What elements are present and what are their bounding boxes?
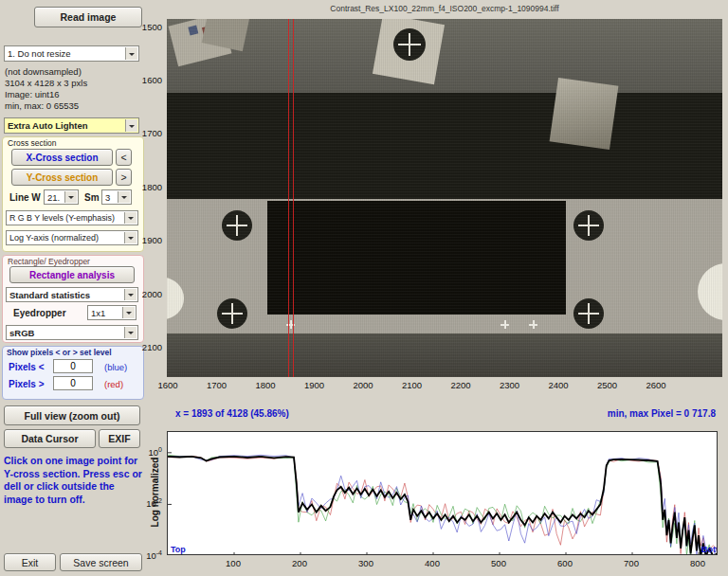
eyedropper-size-value: 1x1 — [91, 308, 105, 318]
image-x-tick: 1800 — [249, 380, 282, 390]
image-y-tick: 1700 — [137, 128, 162, 138]
lighten-select-value: Extra Auto Lighten — [8, 120, 88, 131]
image-x-tick: 2100 — [396, 380, 428, 390]
line-width-value: 21. — [47, 192, 60, 203]
image-x-tick: 1700 — [201, 380, 233, 390]
plot-x-tick: 100 — [217, 558, 249, 568]
image-x-tick: 1900 — [299, 380, 331, 390]
image-size-info: 3104 x 4128 x 3 pxls — [5, 78, 87, 88]
pixels-greater-input[interactable] — [53, 376, 93, 390]
prev-cross-section-button[interactable]: < — [116, 149, 132, 166]
image-type-info: Image: uint16 — [5, 89, 60, 99]
eyedropper-size-select[interactable]: 1x1 — [87, 305, 136, 320]
chevron-down-icon — [124, 232, 136, 243]
lighten-select[interactable]: Extra Auto Lighten — [4, 117, 139, 134]
cross-section-cursor-line[interactable] — [288, 19, 289, 377]
plot-y-tick: 10-4 — [139, 549, 162, 561]
exif-button[interactable]: EXIF — [99, 429, 140, 448]
image-filename-title: Contrast_Res_LX100_22mm_f4_ISO200_excmp-… — [167, 4, 722, 13]
pixels-less-label: Pixels < — [9, 362, 45, 372]
pixels-greater-label: Pixels > — [9, 379, 45, 389]
plot-x-tick: 600 — [549, 558, 581, 568]
resize-select[interactable]: 1. Do not resize — [4, 45, 139, 62]
plot-x-tick: 400 — [416, 558, 448, 568]
y-cross-section-button[interactable]: Y-Cross section — [11, 169, 113, 186]
line-width-label: Line W — [9, 192, 41, 203]
exit-button[interactable]: Exit — [4, 553, 56, 571]
chevron-down-icon — [124, 212, 136, 224]
pixels-less-input[interactable] — [53, 359, 93, 373]
chevron-down-icon — [124, 327, 136, 338]
show-pixels-panel-title: Show pixels < or > set level — [7, 348, 112, 357]
statistics-select[interactable]: Standard statistics — [6, 287, 138, 302]
sensor-noise-texture — [167, 19, 722, 377]
image-x-tick: 2000 — [347, 380, 379, 390]
cross-section-plot: Top Bottom — [167, 431, 718, 555]
image-x-tick: 2500 — [592, 380, 624, 390]
colorspace-select-value: sRGB — [9, 328, 34, 338]
minmax-pixel-status: min, max Pixel = 0 717.8 — [608, 408, 716, 419]
plot-top-label: Top — [171, 545, 186, 554]
image-x-axis: 1600170018001900200021002200230024002500… — [167, 379, 722, 390]
plot-x-tick: 200 — [283, 558, 316, 568]
next-cross-section-button[interactable]: > — [116, 169, 132, 186]
image-x-tick: 2600 — [640, 380, 672, 390]
plot-y-axis: 10010-210-4 — [138, 431, 165, 555]
plot-x-axis: 100200300400500600700800 — [167, 557, 718, 570]
cursor-position-status: x = 1893 of 4128 (45.86%) — [175, 408, 289, 419]
resize-select-value: 1. Do not resize — [8, 48, 71, 59]
read-image-button[interactable]: Read image — [34, 7, 142, 27]
image-x-tick: 2200 — [445, 380, 477, 390]
cross-section-curves — [168, 432, 718, 555]
cross-section-cursor-line[interactable] — [293, 19, 294, 377]
cross-section-panel-title: Cross section — [8, 138, 57, 148]
rectangle-analysis-button[interactable]: Rectangle analysis — [9, 266, 135, 283]
chevron-down-icon — [118, 191, 130, 203]
plot-x-tick: 800 — [682, 558, 714, 568]
plot-x-tick: 300 — [350, 558, 382, 568]
image-y-tick: 1800 — [137, 182, 162, 192]
plot-x-tick: 700 — [615, 558, 647, 568]
axis-scale-select[interactable]: Log Y-axis (normalized) — [6, 230, 138, 245]
downsample-note: (not downsampled) — [5, 66, 82, 77]
test-chart-image[interactable] — [167, 19, 722, 377]
image-y-axis: 1500160017001800190020002100 — [136, 19, 165, 377]
channels-select-value: R G B Y levels (Y-emphasis) — [9, 213, 115, 223]
save-screen-button[interactable]: Save screen — [60, 553, 142, 571]
plot-y-tick: 10-2 — [139, 497, 162, 509]
pixels-less-note: (blue) — [104, 362, 127, 372]
image-analysis-window: Read image 1. Do not resize (not downsam… — [0, 0, 728, 576]
line-width-select[interactable]: 21. — [44, 189, 79, 205]
image-y-tick: 1600 — [137, 75, 162, 85]
x-cross-section-button[interactable]: X-Cross section — [11, 149, 113, 166]
plot-y-tick: 100 — [139, 446, 162, 458]
image-y-tick: 1900 — [137, 235, 162, 245]
cross-section-instructions: Click on one image point for Y-cross sec… — [4, 455, 143, 506]
rectangle-panel-title: Rectangle/ Eyedropper — [8, 257, 90, 266]
image-x-tick: 2400 — [542, 380, 574, 390]
eyedropper-label: Eyedropper — [13, 308, 66, 318]
chevron-down-icon — [64, 191, 77, 203]
channels-select[interactable]: R G B Y levels (Y-emphasis) — [6, 210, 138, 225]
chevron-down-icon — [124, 289, 136, 300]
image-y-tick: 2100 — [137, 342, 162, 352]
image-x-tick: 1600 — [152, 380, 184, 390]
plot-x-tick: 500 — [482, 558, 515, 568]
statistics-select-value: Standard statistics — [9, 290, 90, 300]
image-y-tick: 2000 — [137, 289, 162, 299]
smoothing-value: 3 — [105, 192, 110, 203]
plot-bottom-label: Bottom — [701, 545, 718, 554]
full-view-button[interactable]: Full view (zoom out) — [4, 405, 140, 425]
image-y-tick: 1500 — [137, 22, 162, 32]
smoothing-label: Sm — [84, 192, 100, 203]
image-x-tick: 2300 — [494, 380, 526, 390]
data-cursor-button[interactable]: Data Cursor — [4, 429, 96, 448]
axis-scale-select-value: Log Y-axis (normalized) — [9, 233, 99, 243]
pixels-greater-note: (red) — [104, 379, 123, 389]
chevron-down-icon — [122, 307, 135, 318]
smoothing-select[interactable]: 3 — [101, 189, 132, 205]
colorspace-select[interactable]: sRGB — [6, 325, 138, 340]
image-minmax-info: min, max: 0 65535 — [5, 100, 79, 111]
